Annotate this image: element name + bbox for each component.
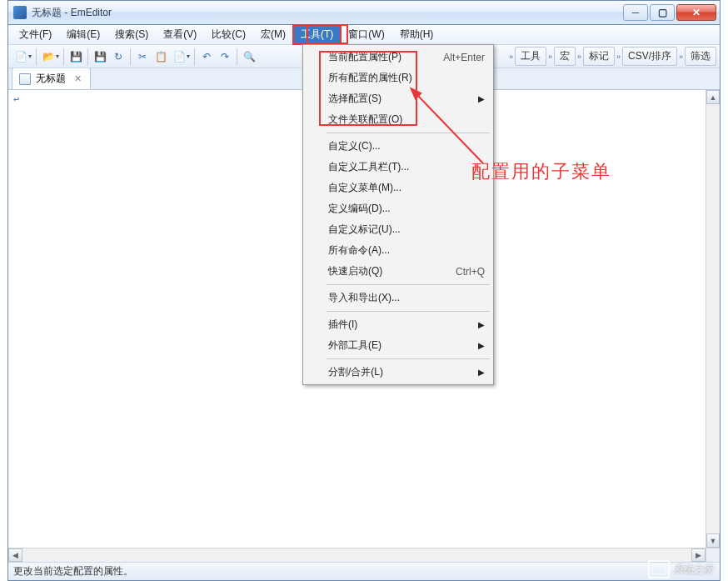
- chevron-icon: »: [509, 53, 513, 61]
- menu-item-label: 自定义工具栏(T)...: [328, 160, 409, 174]
- menu-shortcut: Alt+Enter: [443, 52, 485, 63]
- window-controls: ─ ▢ ✕: [623, 4, 716, 21]
- cut-icon[interactable]: ✂: [133, 48, 152, 66]
- app-icon: [13, 6, 27, 19]
- separator: [63, 48, 64, 65]
- search-icon[interactable]: 🔍: [240, 48, 258, 66]
- menu-separator: [327, 133, 490, 133]
- menu-8[interactable]: 帮助(H): [392, 25, 441, 44]
- file-tab[interactable]: 无标题 ✕: [12, 68, 91, 89]
- close-button[interactable]: ✕: [676, 4, 716, 21]
- menu-0[interactable]: 文件(F): [12, 25, 59, 44]
- menu-7[interactable]: 窗口(W): [341, 25, 391, 44]
- watermark-icon: [648, 560, 670, 578]
- tools-menu-dropdown: 当前配置属性(P)Alt+Enter所有配置的属性(R)选择配置(S)▶文件关联…: [302, 44, 494, 385]
- document-icon: [19, 73, 31, 85]
- menu-item-2[interactable]: 选择配置(S)▶: [305, 88, 491, 109]
- copy-icon[interactable]: 📋: [152, 48, 170, 66]
- menu-4[interactable]: 比较(C): [204, 25, 253, 44]
- menu-separator: [327, 358, 490, 359]
- menu-item-label: 当前配置属性(P): [328, 50, 401, 64]
- close-tab-icon[interactable]: ✕: [74, 73, 82, 84]
- menu-6[interactable]: 工具(T): [293, 25, 341, 44]
- menu-separator: [327, 311, 490, 312]
- submenu-arrow-icon: ▶: [478, 368, 485, 377]
- menu-item-label: 文件关联配置(O): [328, 113, 402, 127]
- scroll-left-button[interactable]: ◀: [8, 548, 22, 562]
- menu-item-label: 分割/合并(L): [328, 365, 383, 379]
- menu-item-label: 快速启动(Q): [328, 264, 382, 278]
- toolbar-pill-1[interactable]: 宏: [554, 47, 576, 66]
- chevron-icon: »: [679, 53, 683, 61]
- menu-item-5[interactable]: 自定义(C)...: [305, 136, 491, 157]
- menu-3[interactable]: 查看(V): [156, 25, 204, 44]
- toolbar-pill-3[interactable]: CSV/排序: [622, 47, 677, 66]
- status-text: 更改当前选定配置的属性。: [13, 564, 133, 578]
- scroll-down-button[interactable]: ▼: [706, 533, 720, 548]
- menu-item-1[interactable]: 所有配置的属性(R): [305, 68, 491, 88]
- toolbar-pill-0[interactable]: 工具: [515, 47, 546, 66]
- menu-separator: [327, 284, 490, 285]
- menu-item-label: 插件(I): [328, 318, 357, 332]
- menu-item-0[interactable]: 当前配置属性(P)Alt+Enter: [305, 47, 491, 68]
- menu-item-label: 选择配置(S): [328, 92, 381, 106]
- open-file-icon[interactable]: 📂: [39, 48, 57, 66]
- toolbar-pill-2[interactable]: 标记: [583, 47, 615, 66]
- menu-item-10[interactable]: 所有命令(A)...: [305, 240, 491, 261]
- redo-icon[interactable]: ↷: [216, 48, 234, 66]
- toolbar-right: »工具»宏»标记»CSV/排序»筛选: [509, 47, 716, 66]
- menu-shortcut: Ctrl+Q: [456, 266, 485, 278]
- menu-item-15[interactable]: 插件(I)▶: [305, 314, 491, 335]
- menu-item-3[interactable]: 文件关联配置(O): [305, 109, 491, 130]
- new-file-icon[interactable]: 📄: [12, 48, 30, 66]
- paste-icon[interactable]: 📄: [170, 48, 188, 66]
- menu-item-9[interactable]: 自定义标记(U)...: [305, 219, 491, 240]
- submenu-arrow-icon: ▶: [478, 94, 485, 103]
- menu-item-label: 所有配置的属性(R): [328, 71, 412, 85]
- window-title: 无标题 - EmEditor: [32, 6, 112, 20]
- menu-item-6[interactable]: 自定义工具栏(T)...: [305, 157, 491, 178]
- separator: [130, 48, 131, 65]
- menu-1[interactable]: 编辑(E): [59, 25, 107, 44]
- annotation-label: 配置用的子菜单: [471, 159, 611, 184]
- menubar: 文件(F)编辑(E)搜索(S)查看(V)比较(C)宏(M)工具(T)窗口(W)帮…: [8, 25, 720, 45]
- horizontal-scrollbar[interactable]: ◀ ▶: [8, 548, 706, 562]
- chevron-icon: »: [616, 53, 621, 61]
- separator: [36, 48, 37, 65]
- menu-item-18[interactable]: 分割/合并(L)▶: [305, 362, 491, 383]
- tab-label: 无标题: [36, 72, 66, 86]
- maximize-button[interactable]: ▢: [650, 4, 675, 21]
- menu-item-label: 所有命令(A)...: [328, 243, 390, 258]
- menu-item-13[interactable]: 导入和导出(X)...: [305, 288, 491, 308]
- reload-icon[interactable]: ↻: [109, 48, 127, 66]
- undo-icon[interactable]: ↶: [197, 48, 216, 66]
- vertical-scrollbar[interactable]: ▲ ▼: [706, 90, 720, 562]
- menu-item-8[interactable]: 定义编码(D)...: [305, 198, 491, 219]
- dropdown-arrow-icon[interactable]: ▾: [56, 53, 59, 60]
- watermark-text: 系统之家: [673, 563, 713, 577]
- scroll-up-button[interactable]: ▲: [706, 90, 720, 104]
- separator: [87, 48, 88, 65]
- menu-item-11[interactable]: 快速启动(Q)Ctrl+Q: [305, 261, 491, 282]
- separator: [237, 48, 237, 65]
- app-window: 无标题 - EmEditor ─ ▢ ✕ 文件(F)编辑(E)搜索(S)查看(V…: [7, 0, 721, 581]
- save-all-icon[interactable]: 💾: [91, 48, 109, 66]
- statusbar: 更改当前选定配置的属性。: [8, 562, 720, 580]
- menu-item-16[interactable]: 外部工具(E)▶: [305, 335, 491, 356]
- chevron-icon: »: [548, 53, 552, 61]
- separator: [194, 48, 195, 65]
- watermark: 系统之家: [648, 560, 713, 578]
- menu-5[interactable]: 宏(M): [253, 25, 293, 44]
- menu-item-label: 定义编码(D)...: [328, 202, 391, 216]
- toolbar-pill-4[interactable]: 筛选: [685, 47, 716, 66]
- minimize-button[interactable]: ─: [623, 4, 648, 21]
- dropdown-arrow-icon[interactable]: ▾: [28, 53, 32, 60]
- chevron-icon: »: [577, 53, 581, 61]
- dropdown-arrow-icon[interactable]: ▾: [187, 53, 190, 60]
- menu-item-7[interactable]: 自定义菜单(M)...: [305, 178, 491, 198]
- menu-2[interactable]: 搜索(S): [107, 25, 156, 44]
- menu-item-label: 自定义菜单(M)...: [328, 181, 401, 195]
- save-icon[interactable]: 💾: [67, 48, 85, 66]
- menu-item-label: 自定义标记(U)...: [328, 223, 401, 237]
- submenu-arrow-icon: ▶: [478, 320, 485, 329]
